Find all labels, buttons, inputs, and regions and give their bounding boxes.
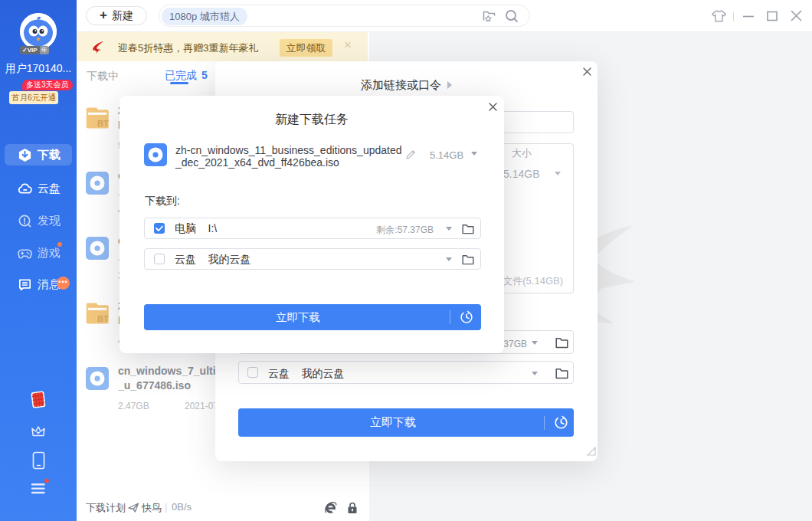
svg-text:BT: BT xyxy=(97,314,109,323)
svg-text:BT: BT xyxy=(97,119,109,128)
